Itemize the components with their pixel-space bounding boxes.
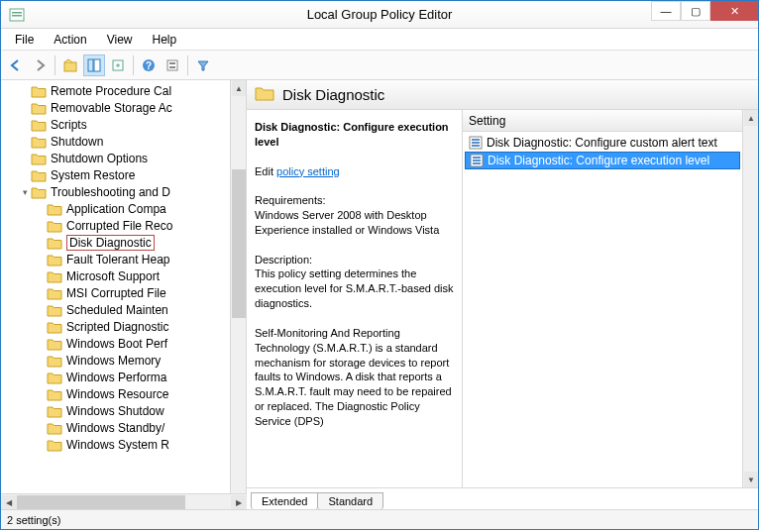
- scroll-thumb[interactable]: [232, 169, 246, 318]
- menu-file[interactable]: File: [7, 31, 42, 49]
- tree-item[interactable]: Fault Tolerant Heap: [1, 251, 230, 267]
- right-pane: Disk Diagnostic Disk Diagnostic: Configu…: [247, 80, 758, 509]
- tree-item[interactable]: Windows Standby/: [1, 419, 230, 436]
- svg-rect-5: [94, 59, 100, 71]
- tree-item[interactable]: Shutdown: [1, 133, 230, 150]
- minimize-button[interactable]: —: [651, 1, 681, 21]
- view-tabs: Extended Standard: [247, 487, 758, 509]
- pane-title: Disk Diagnostic: [282, 86, 384, 103]
- menu-help[interactable]: Help: [145, 31, 185, 49]
- svg-text:?: ?: [146, 60, 152, 71]
- tree-item[interactable]: Shutdown Options: [1, 150, 230, 166]
- tab-standard[interactable]: Standard: [317, 492, 383, 509]
- tree-hscroll[interactable]: ◀ ▶: [1, 493, 247, 509]
- tree-item-label: Remote Procedure Cal: [51, 84, 171, 98]
- list-column-header[interactable]: Setting: [463, 110, 742, 132]
- scroll-up-icon[interactable]: ▲: [232, 80, 246, 96]
- tree-item[interactable]: Windows System R: [1, 436, 230, 453]
- filter-button[interactable]: [192, 54, 214, 76]
- tree-item-label: Windows Shutdow: [66, 404, 164, 418]
- tree-item[interactable]: Corrupted File Reco: [1, 217, 230, 234]
- export-button[interactable]: [107, 54, 129, 76]
- svg-rect-15: [472, 145, 480, 147]
- tree-item[interactable]: ▾Troubleshooting and D: [1, 183, 230, 200]
- forward-button[interactable]: [29, 54, 51, 76]
- tree-item[interactable]: Windows Performa: [1, 369, 230, 385]
- tree-item[interactable]: Windows Memory: [1, 352, 230, 369]
- up-button[interactable]: [59, 54, 81, 76]
- folder-icon: [47, 269, 62, 283]
- selected-setting-title: Disk Diagnostic: Configure execution lev…: [255, 121, 449, 148]
- tree-item-label: Troubleshooting and D: [51, 185, 170, 199]
- status-bar: 2 setting(s): [1, 509, 758, 529]
- folder-icon: [31, 118, 47, 132]
- tree-item-label: Scripts: [51, 118, 87, 132]
- folder-icon: [31, 84, 47, 98]
- scroll-thumb[interactable]: [17, 495, 185, 509]
- list-row[interactable]: Disk Diagnostic: Configure execution lev…: [465, 152, 740, 169]
- tree-item[interactable]: Windows Shutdow: [1, 402, 230, 419]
- tab-extended[interactable]: Extended: [251, 492, 318, 509]
- status-text: 2 setting(s): [7, 514, 60, 526]
- folder-icon: [47, 421, 62, 435]
- help-button[interactable]: ?: [138, 54, 160, 76]
- tree-item[interactable]: Scheduled Mainten: [1, 301, 230, 318]
- tree-item[interactable]: Remote Procedure Cal: [1, 82, 230, 99]
- tree-item-label: Corrupted File Reco: [66, 219, 172, 233]
- scroll-right-icon[interactable]: ▶: [231, 495, 247, 509]
- scroll-left-icon[interactable]: ◀: [1, 495, 17, 509]
- folder-icon: [255, 85, 274, 104]
- back-button[interactable]: [5, 54, 27, 76]
- svg-rect-17: [473, 157, 481, 159]
- tree-item-label: Windows Performa: [66, 371, 166, 384]
- folder-icon: [31, 152, 47, 165]
- tree-item[interactable]: Scripted Diagnostic: [1, 318, 230, 335]
- svg-rect-11: [169, 66, 175, 68]
- tree-item[interactable]: MSI Corrupted File: [1, 284, 230, 301]
- tree-item-label: Windows Memory: [66, 354, 161, 368]
- svg-rect-13: [472, 139, 480, 141]
- tree-item-label: System Restore: [51, 168, 135, 182]
- tree-item[interactable]: Application Compa: [1, 200, 230, 217]
- folder-icon: [47, 236, 62, 250]
- toolbar-separator: [54, 55, 55, 75]
- settings-list[interactable]: Disk Diagnostic: Configure custom alert …: [463, 132, 742, 487]
- scroll-down-icon[interactable]: ▼: [744, 472, 758, 487]
- properties-button[interactable]: [162, 54, 183, 76]
- tree-item[interactable]: Removable Storage Ac: [1, 99, 230, 116]
- list-row-label: Disk Diagnostic: Configure custom alert …: [487, 136, 717, 150]
- tree-vscroll[interactable]: ▲ ▼: [230, 80, 246, 509]
- tree-item[interactable]: System Restore: [1, 166, 230, 183]
- tree-item-label: Microsoft Support: [66, 269, 160, 283]
- tree-list[interactable]: Remote Procedure CalRemovable Storage Ac…: [1, 80, 230, 509]
- tree-item-label: Fault Tolerant Heap: [66, 253, 170, 266]
- list-vscroll[interactable]: ▲ ▼: [742, 110, 758, 487]
- settings-list-pane: Setting Disk Diagnostic: Configure custo…: [463, 110, 758, 487]
- edit-policy-link[interactable]: policy setting: [276, 165, 340, 177]
- menu-action[interactable]: Action: [46, 31, 94, 49]
- tree-item-label: Windows System R: [66, 438, 169, 452]
- folder-icon: [47, 354, 62, 368]
- tree-item[interactable]: Disk Diagnostic: [1, 234, 230, 251]
- svg-rect-3: [64, 62, 76, 71]
- tree-item[interactable]: Windows Resource: [1, 385, 230, 402]
- app-window: Local Group Policy Editor — ▢ ✕ File Act…: [0, 0, 759, 530]
- folder-icon: [47, 219, 62, 233]
- tree-item-label: Removable Storage Ac: [51, 101, 172, 115]
- menu-view[interactable]: View: [99, 31, 141, 49]
- tree-item[interactable]: Scripts: [1, 116, 230, 133]
- maximize-button[interactable]: ▢: [681, 1, 710, 21]
- svg-rect-4: [88, 59, 93, 71]
- show-hide-tree-button[interactable]: [83, 54, 105, 76]
- toolbar-separator: [187, 55, 188, 75]
- tree-item[interactable]: Windows Boot Perf: [1, 335, 230, 352]
- toolbar-separator: [133, 55, 134, 75]
- list-row[interactable]: Disk Diagnostic: Configure custom alert …: [465, 134, 740, 152]
- tree-item[interactable]: Microsoft Support: [1, 267, 230, 284]
- close-button[interactable]: ✕: [710, 1, 758, 21]
- window-title: Local Group Policy Editor: [307, 7, 453, 22]
- scroll-up-icon[interactable]: ▲: [744, 110, 758, 126]
- svg-rect-19: [473, 162, 481, 164]
- collapse-icon[interactable]: ▾: [19, 187, 31, 197]
- folder-icon: [47, 303, 62, 317]
